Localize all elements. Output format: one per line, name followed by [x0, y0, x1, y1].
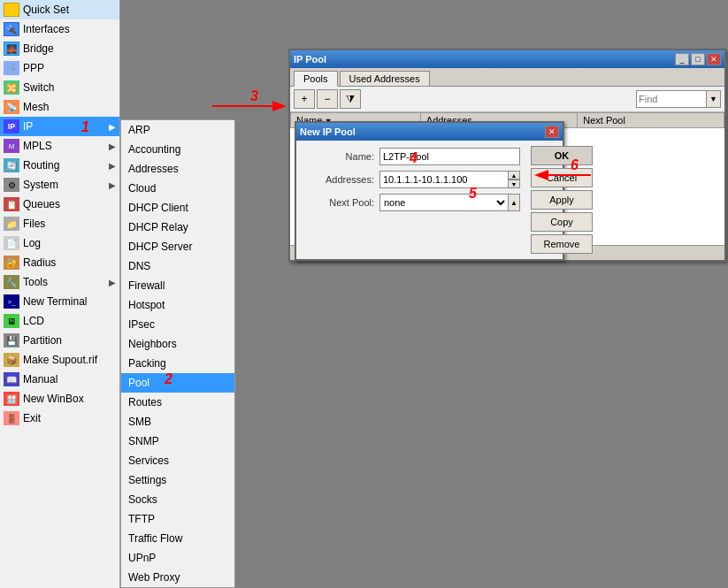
ip-pool-window: IP Pool _ □ ✕ Pools Used Addresses + − ⧩… [288, 49, 726, 262]
col-next-pool[interactable]: Next Pool [578, 113, 724, 128]
cancel-button[interactable]: Cancel [531, 168, 593, 187]
minimize-button[interactable]: _ [675, 53, 689, 65]
submenu-services[interactable]: Services [121, 451, 234, 470]
add-button[interactable]: + [294, 89, 315, 109]
new-ip-pool-dialog: New IP Pool ✕ Name: Addresses: [295, 121, 564, 261]
addresses-spin-buttons: ▲ ▼ [508, 171, 520, 188]
remove-dialog-button[interactable]: Remove [531, 234, 593, 254]
radius-icon: 🔐 [4, 256, 19, 270]
submenu-routes[interactable]: Routes [121, 393, 234, 412]
sidebar-item-lcd[interactable]: 🖥 LCD [0, 311, 119, 331]
select-up-button[interactable]: ▲ [508, 194, 520, 211]
dialog-left: Name: Addresses: ▲ ▼ [296, 141, 527, 259]
sidebar-item-new-winbox[interactable]: 🪟 New WinBox [0, 389, 119, 409]
tab-used-addresses[interactable]: Used Addresses [340, 71, 430, 86]
system-arrow-icon: ▶ [109, 180, 116, 190]
sidebar-item-label: Partition [23, 334, 116, 347]
sidebar-item-label: System [23, 179, 109, 191]
sidebar-item-new-terminal[interactable]: >_ New Terminal [0, 292, 119, 311]
submenu-socks[interactable]: Socks [121, 490, 234, 509]
sidebar-item-tools[interactable]: 🔧 Tools ▶ [0, 272, 119, 292]
form-row-name: Name: [303, 148, 520, 165]
sidebar-item-interfaces[interactable]: 🔌 Interfaces [0, 19, 119, 39]
form-row-addresses: Addresses: ▲ ▼ [303, 171, 520, 188]
sidebar-item-ppp[interactable]: 🔗 PPP [0, 58, 119, 78]
sidebar-item-mpls[interactable]: M MPLS ▶ [0, 136, 119, 156]
submenu-ipsec[interactable]: IPsec [121, 315, 234, 334]
find-input[interactable] [636, 90, 707, 108]
submenu-dhcp-client[interactable]: DHCP Client [121, 198, 234, 218]
submenu-dhcp-relay[interactable]: DHCP Relay [121, 218, 234, 237]
sidebar-item-label: Manual [23, 373, 116, 386]
sidebar-item-bridge[interactable]: 🌉 Bridge [0, 39, 119, 58]
sidebar-item-ip[interactable]: IP IP ▶ [0, 117, 119, 136]
submenu-upnp[interactable]: UPnP [121, 548, 234, 568]
submenu-dhcp-server[interactable]: DHCP Server [121, 237, 234, 256]
mesh-icon: 📡 [4, 100, 19, 114]
submenu-hotspot[interactable]: Hotspot [121, 295, 234, 315]
ip-arrow-icon: ▶ [109, 122, 116, 132]
sidebar-item-label: Log [23, 237, 116, 249]
submenu-settings[interactable]: Settings [121, 470, 234, 490]
interfaces-icon: 🔌 [4, 22, 19, 36]
sidebar-item-label: Bridge [23, 42, 116, 55]
manual-icon: 📖 [4, 372, 19, 386]
sidebar-item-files[interactable]: 📁 Files [0, 214, 119, 233]
apply-button[interactable]: Apply [531, 190, 593, 210]
addresses-input[interactable] [379, 171, 508, 188]
spin-up-button[interactable]: ▲ [508, 171, 520, 179]
submenu-pool[interactable]: Pool [121, 373, 234, 393]
sidebar-item-queues[interactable]: 📋 Queues [0, 195, 119, 214]
copy-button[interactable]: Copy [531, 212, 593, 232]
sidebar-item-exit[interactable]: 🚪 Exit [0, 409, 119, 428]
sidebar-item-switch[interactable]: 🔀 Switch [0, 78, 119, 97]
dialog-window-controls: ✕ [545, 126, 559, 138]
sidebar-item-quickset[interactable]: ⚡ Quick Set [0, 0, 119, 19]
addresses-label: Addresses: [303, 174, 374, 185]
tab-pools[interactable]: Pools [294, 71, 338, 87]
submenu-dns[interactable]: DNS [121, 256, 234, 276]
name-input[interactable] [379, 148, 520, 165]
dialog-close-button[interactable]: ✕ [545, 126, 559, 138]
remove-button[interactable]: − [317, 89, 338, 109]
tools-arrow-icon: ▶ [109, 278, 116, 287]
submenu-arp[interactable]: ARP [121, 120, 234, 140]
filter-button[interactable]: ⧩ [340, 89, 361, 109]
sidebar-item-routing[interactable]: 🔄 Routing ▶ [0, 156, 119, 175]
submenu-packing[interactable]: Packing [121, 354, 234, 373]
mpls-arrow-icon: ▶ [109, 141, 116, 151]
sidebar-item-system[interactable]: ⚙ System ▶ [0, 175, 119, 195]
window-controls: _ □ ✕ [675, 53, 721, 65]
submenu-neighbors[interactable]: Neighbors [121, 334, 234, 354]
sidebar-item-radius[interactable]: 🔐 Radius [0, 253, 119, 272]
name-label: Name: [303, 151, 374, 162]
sidebar-item-label: LCD [23, 315, 116, 327]
lcd-icon: 🖥 [4, 314, 19, 328]
submenu-firewall[interactable]: Firewall [121, 276, 234, 295]
make-icon: 📦 [4, 353, 19, 367]
submenu-tftp[interactable]: TFTP [121, 509, 234, 529]
submenu-snmp[interactable]: SNMP [121, 431, 234, 451]
dialog-content: Name: Addresses: ▲ ▼ [296, 141, 527, 224]
submenu-accounting[interactable]: Accounting [121, 140, 234, 159]
submenu-traffic-flow[interactable]: Traffic Flow [121, 529, 234, 548]
sidebar-item-label: Switch [23, 81, 116, 94]
sidebar-item-manual[interactable]: 📖 Manual [0, 370, 119, 389]
submenu-smb[interactable]: SMB [121, 412, 234, 431]
ok-button[interactable]: OK [531, 146, 593, 165]
restore-button[interactable]: □ [691, 53, 705, 65]
sidebar-item-log[interactable]: 📄 Log [0, 233, 119, 253]
next-pool-select[interactable]: none [379, 194, 508, 211]
submenu-cloud[interactable]: Cloud [121, 179, 234, 198]
bridge-icon: 🌉 [4, 42, 19, 56]
sidebar-item-partition[interactable]: 💾 Partition [0, 331, 119, 350]
sidebar-item-label: PPP [23, 62, 116, 74]
spin-down-button[interactable]: ▼ [508, 179, 520, 188]
sidebar-item-mesh[interactable]: 📡 Mesh [0, 97, 119, 117]
submenu-web-proxy[interactable]: Web Proxy [121, 568, 234, 587]
sidebar-item-make-supout[interactable]: 📦 Make Supout.rif [0, 350, 119, 370]
close-button[interactable]: ✕ [707, 53, 721, 65]
tab-bar: Pools Used Addresses [290, 68, 724, 87]
submenu-addresses[interactable]: Addresses [121, 159, 234, 179]
find-arrow-icon[interactable]: ▼ [707, 90, 721, 108]
